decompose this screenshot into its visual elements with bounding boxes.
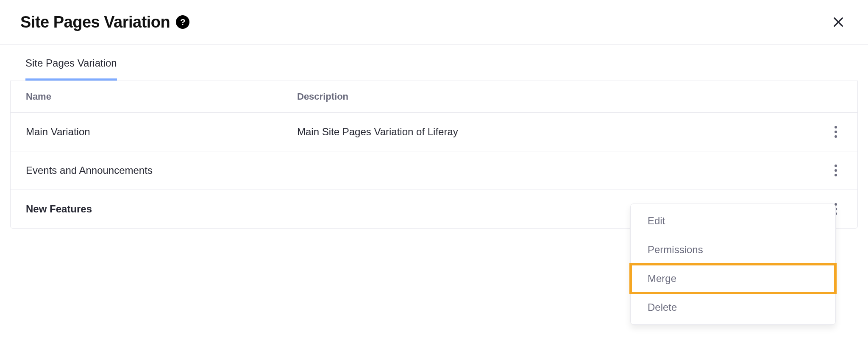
page-header: Site Pages Variation ? (0, 0, 868, 45)
column-header-name[interactable]: Name (26, 91, 297, 102)
row-actions-button[interactable] (829, 164, 842, 177)
dropdown-item-permissions[interactable]: Permissions (631, 235, 835, 264)
row-name[interactable]: Events and Announcements (26, 165, 297, 176)
page-title: Site Pages Variation (20, 13, 170, 31)
content-area: Site Pages Variation Name Description Ma… (0, 45, 868, 229)
close-button[interactable] (829, 13, 848, 31)
close-icon (832, 15, 845, 29)
header-left: Site Pages Variation ? (20, 13, 189, 31)
row-name[interactable]: New Features (26, 203, 297, 215)
actions-dropdown: Edit Permissions Merge Delete (630, 204, 836, 325)
row-name[interactable]: Main Variation (26, 126, 297, 138)
table-row: Main Variation Main Site Pages Variation… (11, 113, 857, 151)
help-icon[interactable]: ? (176, 15, 189, 29)
dropdown-item-merge[interactable]: Merge (631, 264, 835, 293)
tabs: Site Pages Variation (10, 45, 858, 81)
dropdown-item-delete[interactable]: Delete (631, 293, 835, 322)
row-description: Main Site Pages Variation of Liferay (297, 126, 817, 138)
column-header-description[interactable]: Description (297, 91, 817, 102)
tab-site-pages-variation[interactable]: Site Pages Variation (25, 57, 117, 81)
dropdown-item-edit[interactable]: Edit (631, 206, 835, 235)
table-row: Events and Announcements (11, 151, 857, 190)
table-header: Name Description (11, 81, 857, 113)
row-actions-button[interactable] (829, 126, 842, 138)
